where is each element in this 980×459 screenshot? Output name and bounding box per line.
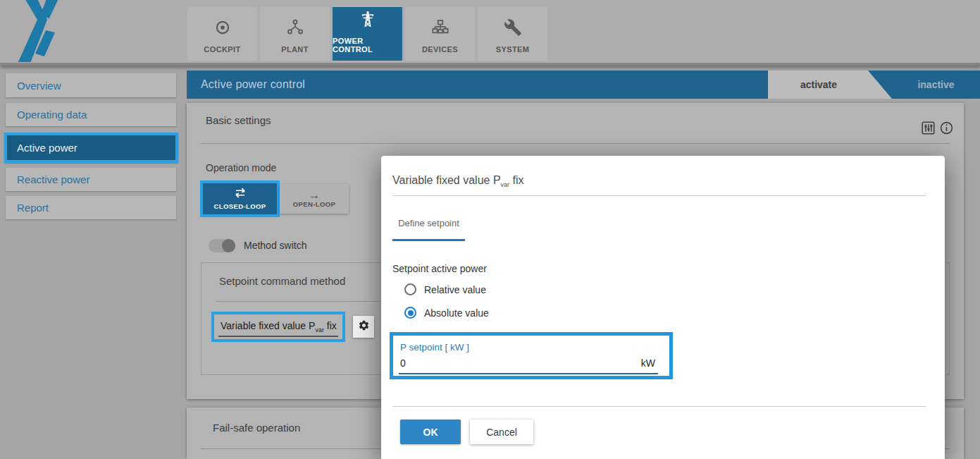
radio-absolute-value[interactable]: Absolute value — [404, 307, 489, 319]
divider — [392, 195, 926, 196]
section-header-bar: Active power control activate inactive — [187, 71, 980, 99]
sidebar-item-label: Active power — [17, 142, 77, 154]
radio-circle-selected — [404, 307, 416, 319]
sidebar-item-label: Reactive power — [17, 173, 89, 185]
method-settings-button[interactable] — [353, 316, 374, 338]
closed-loop-button[interactable]: CLOSED-LOOP — [200, 180, 280, 217]
info-icon[interactable] — [939, 121, 954, 138]
input-underline — [399, 373, 658, 374]
system-wrench-icon — [504, 18, 522, 39]
inactive-status-button[interactable]: inactive — [892, 71, 980, 99]
main-nav-tabs: COCKPIT PLANT — [187, 7, 547, 61]
tab-power-control[interactable]: POWER CONTROL — [333, 7, 402, 61]
operation-mode-label: Operation mode — [206, 162, 276, 173]
active-tab-underline — [392, 239, 465, 241]
sidebar-item-reactive-power[interactable]: Reactive power — [6, 168, 176, 191]
p-setpoint-unit: kW — [641, 357, 655, 369]
setpoint-dialog: Variable fixed value Pvar fix Define set… — [381, 156, 945, 459]
tab-devices[interactable]: DEVICES — [405, 7, 475, 61]
sidebar-item-label: Report — [17, 202, 49, 214]
sidebar-item-report[interactable]: Report — [6, 196, 176, 219]
method-switch-toggle[interactable] — [209, 239, 235, 252]
arrow-right-icon: → — [309, 190, 321, 200]
cockpit-target-icon — [213, 18, 232, 39]
ok-button[interactable]: OK — [400, 420, 461, 444]
p-setpoint-field-highlight: P setpoint [ kW ] kW — [390, 332, 673, 379]
fail-safe-title: Fail-safe operation — [213, 422, 300, 434]
page-title: Active power control — [201, 71, 305, 99]
open-loop-button[interactable]: → OPEN-LOOP — [280, 184, 349, 214]
activate-button[interactable]: activate — [768, 71, 892, 99]
tab-label: POWER CONTROL — [333, 37, 402, 54]
power-tower-icon — [359, 10, 377, 31]
radio-relative-value[interactable]: Relative value — [404, 283, 486, 295]
radio-label: Relative value — [424, 284, 486, 295]
devices-hierarchy-icon — [431, 18, 449, 39]
setpoint-group-label: Setpoint active power — [392, 263, 487, 274]
gear-icon — [358, 319, 370, 334]
repeat-loop-icon — [233, 188, 247, 201]
radio-label: Absolute value — [424, 307, 489, 319]
dialog-title: Variable fixed value Pvar fix — [392, 174, 524, 188]
tab-system[interactable]: SYSTEM — [478, 7, 547, 61]
tab-plant[interactable]: PLANT — [260, 7, 330, 61]
p-setpoint-input[interactable] — [400, 357, 612, 369]
sidebar-item-active-power[interactable]: Active power — [4, 133, 178, 163]
brand-x-logo-icon — [10, 0, 80, 65]
sidebar-item-label: Overview — [17, 80, 61, 92]
method-switch-label: Method switch — [244, 240, 306, 251]
method-select[interactable]: Variable fixed value Pvar fix — [211, 312, 345, 342]
method-select-value: Variable fixed value Pvar fix — [221, 320, 337, 333]
panel-title: Setpoint command method — [219, 275, 345, 287]
divider — [201, 143, 950, 144]
sidebar-item-operating-data[interactable]: Operating data — [6, 103, 176, 126]
plant-nodes-icon — [286, 18, 304, 39]
tab-cockpit[interactable]: COCKPIT — [187, 7, 257, 61]
sidebar-item-overview[interactable]: Overview — [6, 73, 176, 97]
toggle-knob — [222, 239, 235, 252]
top-bar: COCKPIT PLANT — [0, 0, 980, 66]
tab-label: COCKPIT — [204, 45, 240, 54]
app-window: COCKPIT PLANT — [0, 0, 980, 459]
basic-settings-title: Basic settings — [206, 114, 271, 126]
p-setpoint-label: P setpoint [ kW ] — [400, 342, 469, 353]
open-loop-label: OPEN-LOOP — [293, 200, 336, 208]
tab-label: SYSTEM — [496, 45, 530, 54]
sliders-icon[interactable] — [921, 121, 936, 138]
cancel-button[interactable]: Cancel — [470, 420, 533, 444]
sidebar-item-label: Operating data — [17, 109, 87, 121]
radio-circle — [404, 283, 416, 295]
divider — [392, 406, 926, 407]
tab-define-setpoint[interactable]: Define setpoint — [392, 218, 465, 228]
closed-loop-label: CLOSED-LOOP — [213, 202, 266, 210]
tab-label: PLANT — [281, 45, 309, 54]
select-underline — [218, 336, 338, 337]
tab-label: DEVICES — [422, 45, 458, 54]
